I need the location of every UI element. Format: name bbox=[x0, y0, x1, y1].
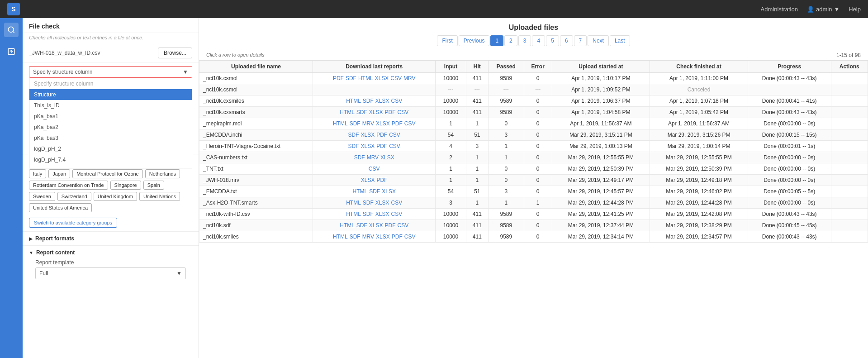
report-template-dropdown[interactable]: Full ▼ bbox=[35, 267, 186, 279]
report-link-mrv[interactable]: MRV bbox=[362, 234, 374, 240]
report-link-mrv[interactable]: MRV bbox=[403, 75, 415, 81]
report-link-csv[interactable]: CSV bbox=[404, 120, 416, 127]
browse-button[interactable]: Browse... bbox=[158, 48, 192, 58]
report-link-html[interactable]: HTML bbox=[346, 98, 361, 104]
report-link-html[interactable]: HTML bbox=[340, 222, 355, 229]
table-row[interactable]: _JWH-018.mrvXLSXPDF1100Mar 29, 2019, 12:… bbox=[199, 175, 868, 186]
report-formats-header[interactable]: ▶ Report formats bbox=[29, 235, 192, 242]
dropdown-option-pka-bas2[interactable]: pKa_bas2 bbox=[29, 122, 192, 133]
dropdown-option-pka-bas1[interactable]: pKa_bas1 bbox=[29, 111, 192, 122]
report-link-mrv[interactable]: MRV bbox=[362, 120, 374, 127]
dropdown-option-logd-ph74[interactable]: logD_pH_7.4 bbox=[29, 154, 192, 165]
report-link-pdf[interactable]: PDF bbox=[385, 109, 396, 115]
tag-united-nations[interactable]: United Nations bbox=[139, 192, 180, 201]
report-link-pdf[interactable]: PDF bbox=[333, 75, 344, 81]
report-link-csv[interactable]: CSV bbox=[391, 200, 403, 206]
pagination-page-4[interactable]: 4 bbox=[532, 35, 545, 46]
report-link-csv[interactable]: CSV bbox=[398, 109, 409, 115]
report-content-header[interactable]: ▼ Report content bbox=[29, 249, 192, 256]
switch-category-groups-button[interactable]: Switch to available category groups bbox=[29, 218, 117, 228]
tag-japan[interactable]: Japan bbox=[48, 169, 70, 178]
administration-link[interactable]: Administration bbox=[761, 6, 798, 13]
report-link-csv[interactable]: CSV bbox=[391, 98, 403, 104]
table-row[interactable]: _nci10k.cxsmartsHTMLSDFXLSXPDFCSV1000041… bbox=[199, 107, 868, 118]
pagination-first-button[interactable]: First bbox=[437, 35, 457, 46]
report-link-sdf[interactable]: SDF bbox=[348, 143, 359, 149]
user-menu[interactable]: 👤 admin ▼ bbox=[807, 6, 840, 13]
report-link-html[interactable]: HTML bbox=[353, 188, 368, 195]
report-link-sdf[interactable]: SDF bbox=[350, 120, 360, 127]
report-link-xlsx[interactable]: XLSX bbox=[375, 98, 389, 104]
report-link-html[interactable]: HTML bbox=[346, 211, 361, 217]
report-link-csv[interactable]: CSV bbox=[398, 222, 409, 229]
report-link-xlsx[interactable]: XLSX bbox=[376, 234, 390, 240]
report-link-pdf[interactable]: PDF bbox=[392, 234, 403, 240]
table-row[interactable]: _Asx-H2O-TNT.smartsHTMLSDFXLSXCSV3111Mar… bbox=[199, 197, 868, 209]
report-link-xlsx[interactable]: XLSX bbox=[361, 143, 375, 149]
table-row[interactable]: _nci10k.sdfHTMLSDFXLSXPDFCSV100004119589… bbox=[199, 220, 868, 231]
table-row[interactable]: _CAS-numbers.txtSDFMRVXLSX2110Mar 29, 20… bbox=[199, 152, 868, 163]
report-link-sdf[interactable]: SDF bbox=[346, 75, 356, 81]
report-link-html[interactable]: HTML bbox=[333, 120, 348, 127]
report-link-xlsx[interactable]: XLSX bbox=[375, 75, 389, 81]
report-link-sdf[interactable]: SDF bbox=[354, 154, 365, 161]
report-link-xlsx[interactable]: XLSX bbox=[369, 222, 383, 229]
report-link-csv[interactable]: CSV bbox=[404, 234, 416, 240]
sidebar-icon-upload[interactable] bbox=[4, 44, 19, 59]
report-link-pdf[interactable]: PDF bbox=[377, 177, 388, 183]
report-link-csv[interactable]: CSV bbox=[391, 211, 403, 217]
report-link-pdf[interactable]: PDF bbox=[392, 120, 403, 127]
report-link-sdf[interactable]: SDF bbox=[363, 200, 374, 206]
pagination-next-button[interactable]: Next bbox=[588, 35, 609, 46]
tag-italy[interactable]: Italy bbox=[29, 169, 46, 178]
report-link-csv[interactable]: CSV bbox=[390, 75, 402, 81]
report-link-csv[interactable]: CSV bbox=[389, 132, 400, 138]
report-link-xlsx[interactable]: XLSX bbox=[376, 120, 390, 127]
tag-switzerland[interactable]: Switzerland bbox=[57, 192, 91, 201]
pagination-prev-button[interactable]: Previous bbox=[459, 35, 490, 46]
table-row[interactable]: _Heroin-TNT-Viagra-Cocaine.txtSDFXLSXPDF… bbox=[199, 141, 868, 152]
report-link-html[interactable]: HTML bbox=[333, 234, 348, 240]
report-link-sdf[interactable]: SDF bbox=[369, 188, 380, 195]
dropdown-option-placeholder[interactable]: Specify structure column bbox=[29, 78, 192, 89]
dropdown-option-this-is-id[interactable]: This_is_ID bbox=[29, 100, 192, 111]
report-link-sdf[interactable]: SDF bbox=[356, 109, 367, 115]
tag-spain[interactable]: Spain bbox=[143, 181, 164, 190]
help-link[interactable]: Help bbox=[849, 6, 861, 13]
table-row[interactable]: _nci10k.smilesHTMLSDFMRVXLSXPDFCSV100004… bbox=[199, 231, 868, 243]
table-row[interactable]: _nci10k.csmol------------Apr 1, 2019, 1:… bbox=[199, 84, 868, 95]
table-row[interactable]: _nci10k.cxsmilesHTMLSDFXLSXCSV1000041195… bbox=[199, 95, 868, 107]
report-link-pdf[interactable]: PDF bbox=[385, 222, 396, 229]
report-link-xlsx[interactable]: XLSX bbox=[369, 109, 383, 115]
report-link-xlsx[interactable]: XLSX bbox=[382, 188, 396, 195]
report-link-sdf[interactable]: SDF bbox=[363, 98, 374, 104]
dropdown-option-logd-ph10[interactable]: logD_pH_10 bbox=[29, 165, 192, 168]
report-link-sdf[interactable]: SDF bbox=[348, 132, 359, 138]
tag-sweden[interactable]: Sweden bbox=[29, 192, 55, 201]
pagination-page-7[interactable]: 7 bbox=[574, 35, 587, 46]
tag-rotterdam[interactable]: Rotterdam Convention on Trade bbox=[29, 181, 108, 190]
report-link-xlsx[interactable]: XLSX bbox=[361, 132, 375, 138]
report-link-xlsx[interactable]: XLSX bbox=[375, 200, 389, 206]
dropdown-option-pka-bas3[interactable]: pKa_bas3 bbox=[29, 133, 192, 143]
pagination-page-3[interactable]: 3 bbox=[518, 35, 531, 46]
report-link-html[interactable]: HTML bbox=[358, 75, 373, 81]
table-row[interactable]: _mepirapim.molHTMLSDFMRVXLSXPDFCSV1100Ap… bbox=[199, 118, 868, 129]
tag-singapore[interactable]: Singapore bbox=[110, 181, 141, 190]
table-row[interactable]: _TNT.txtCSV1100Mar 29, 2019, 12:50:39 PM… bbox=[199, 163, 868, 175]
tag-united-states[interactable]: United States of America bbox=[29, 203, 92, 212]
report-link-csv[interactable]: CSV bbox=[389, 143, 400, 149]
table-row[interactable]: _nci10k.csmolPDFSDFHTMLXLSXCSVMRV1000041… bbox=[199, 73, 868, 84]
report-link-xlsx[interactable]: XLSX bbox=[380, 154, 394, 161]
report-link-xlsx[interactable]: XLSX bbox=[361, 177, 375, 183]
tag-united-kingdom[interactable]: United Kingdom bbox=[94, 192, 137, 201]
tag-netherlands[interactable]: Netherlands bbox=[145, 169, 180, 178]
report-link-mrv[interactable]: MRV bbox=[367, 154, 379, 161]
report-link-sdf[interactable]: SDF bbox=[363, 211, 374, 217]
sidebar-icon-search[interactable] bbox=[4, 23, 19, 37]
dropdown-option-logd-ph2[interactable]: logD_pH_2 bbox=[29, 143, 192, 154]
dropdown-option-structure[interactable]: Structure bbox=[29, 89, 192, 100]
pagination-page-5[interactable]: 5 bbox=[546, 35, 559, 46]
tag-montreal-protocol[interactable]: Montreal Protocol for Ozone bbox=[72, 169, 143, 178]
table-row[interactable]: _nci10k-with-ID.csvHTMLSDFXLSXCSV1000041… bbox=[199, 209, 868, 220]
